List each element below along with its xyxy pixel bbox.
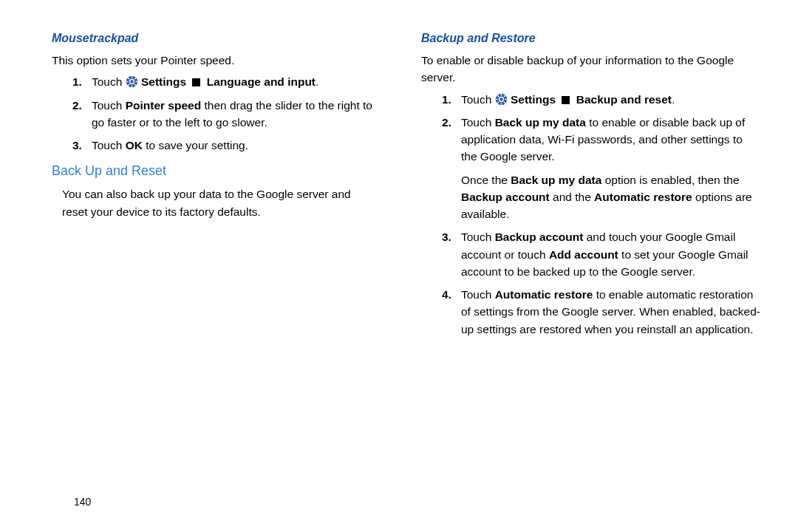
text: option is enabled, then the: [601, 174, 739, 186]
bold-text: Automatic restore: [594, 191, 692, 203]
subheading-backup-reset: Back Up and Reset: [52, 161, 377, 181]
text: Touch: [461, 288, 495, 301]
text: Touch: [92, 75, 126, 88]
intro-text: You can also back up your data to the Go…: [62, 185, 377, 220]
text: Backup and reset: [576, 93, 672, 106]
step-text: Touch OK to save your setting.: [92, 137, 377, 154]
text: Touch: [92, 139, 126, 151]
intro-text: This option sets your Pointer speed.: [52, 52, 377, 69]
step-number: 1.: [72, 73, 92, 90]
bold-text: OK: [126, 139, 143, 151]
right-column: Backup and Restore To enable or disable …: [421, 30, 761, 344]
step-1: 1. Touch Settings Backup and reset.: [442, 91, 761, 108]
steps-list: 1. Touch Settings Language and input. 2.…: [72, 73, 377, 154]
arrow-icon: [192, 78, 200, 86]
bold-text: Pointer speed: [126, 99, 202, 112]
settings-icon: [495, 93, 508, 106]
step-4: 4. Touch Automatic restore to enable aut…: [442, 286, 761, 338]
bold-text: Add account: [549, 248, 618, 261]
step-text: Touch Settings Backup and reset.: [461, 91, 761, 108]
bold-text: Back up my data: [495, 116, 586, 129]
step-number: 3.: [72, 137, 92, 154]
text: .: [316, 75, 318, 88]
text: Once the: [461, 174, 511, 186]
page-number: 140: [74, 494, 91, 510]
step-1: 1. Touch Settings Language and input.: [72, 73, 377, 90]
step-text: Touch Pointer speed then drag the slider…: [92, 97, 377, 132]
section-heading-backup-restore: Backup and Restore: [421, 30, 761, 47]
bold-text: Backup account: [495, 231, 584, 243]
text: .: [672, 93, 675, 106]
step-3: 3. Touch Backup account and touch your G…: [442, 228, 761, 280]
settings-label: Settings Language and input: [141, 75, 316, 88]
text: Settings: [511, 93, 556, 106]
intro-text: To enable or disable backup of your info…: [421, 52, 761, 86]
text: Touch: [461, 231, 495, 243]
step-3: 3. Touch OK to save your setting.: [72, 137, 377, 154]
text: Settings: [141, 75, 186, 88]
settings-label: Settings Backup and reset: [511, 93, 672, 106]
step-number: 2.: [442, 114, 461, 166]
step-text: Touch Automatic restore to enable automa…: [461, 286, 761, 338]
followup-text: Once the Back up my data option is enabl…: [461, 171, 761, 223]
text: Language and input: [207, 75, 316, 88]
section-heading-mousetrackpad: Mousetrackpad: [52, 30, 377, 47]
step-2: 2. Touch Pointer speed then drag the sli…: [72, 97, 377, 132]
text: Touch: [92, 99, 126, 112]
step-number: 1.: [442, 91, 461, 108]
step-number: 2.: [72, 97, 92, 132]
steps-list-cont: 3. Touch Backup account and touch your G…: [442, 228, 761, 338]
step-number: 3.: [442, 228, 461, 280]
bold-text: Back up my data: [511, 174, 601, 186]
step-2: 2. Touch Back up my data to enable or di…: [442, 114, 761, 166]
text: and the: [550, 191, 594, 203]
manual-page: Mousetrackpad This option sets your Poin…: [0, 0, 798, 344]
step-text: Touch Settings Language and input.: [92, 73, 377, 90]
bold-text: Automatic restore: [495, 288, 593, 301]
steps-list: 1. Touch Settings Backup and reset. 2. T…: [442, 91, 761, 166]
text: Touch: [461, 116, 495, 129]
bold-text: Backup account: [461, 191, 550, 203]
text: Touch: [461, 93, 495, 106]
step-text: Touch Back up my data to enable or disab…: [461, 114, 761, 166]
step-text: Touch Backup account and touch your Goog…: [461, 228, 761, 280]
arrow-icon: [562, 96, 570, 104]
left-column: Mousetrackpad This option sets your Poin…: [52, 30, 377, 344]
text: to save your setting.: [143, 139, 248, 151]
step-number: 4.: [442, 286, 461, 338]
settings-icon: [126, 75, 138, 88]
